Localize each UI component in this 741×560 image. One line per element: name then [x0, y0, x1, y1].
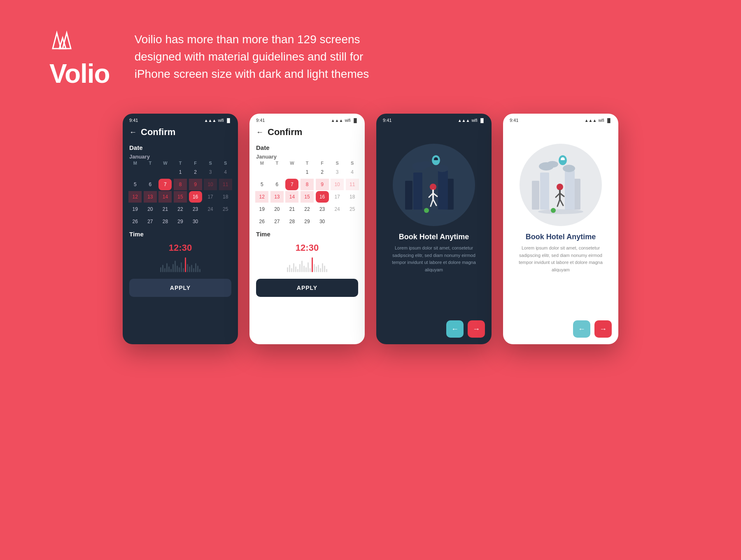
- time-display-1: 12:30: [129, 243, 231, 253]
- logo-icon: [49, 25, 86, 55]
- today-cell-1[interactable]: 7: [158, 179, 172, 190]
- wifi-icon-3: wifi: [471, 118, 477, 123]
- cal-header-1: M T W T F S S: [128, 161, 233, 166]
- status-bar-2: 9:41 ▲▲▲ wifi ▐▌: [249, 114, 365, 124]
- hotel-title-dark: Book Hotel Anytime: [399, 233, 469, 241]
- cal-grid-1: 1 2 3 4 5 6 7 8 9 10 11 12 13 14 15 16 1…: [128, 166, 233, 227]
- battery-icon-3: ▐▌: [479, 118, 485, 123]
- svg-rect-22: [540, 173, 549, 210]
- screen-title-2: Confirm: [268, 127, 302, 138]
- status-icons-4: ▲▲▲ wifi ▐▌: [585, 118, 612, 123]
- battery-icon-4: ▐▌: [606, 118, 612, 123]
- svg-point-13: [430, 184, 436, 190]
- cal-header-2: M T W T F S S: [254, 161, 360, 166]
- signal-icon-1: ▲▲▲: [204, 118, 217, 123]
- screen-dark-confirm: 9:41 ▲▲▲ wifi ▐▌ ← Confirm Date January …: [123, 114, 238, 344]
- next-button-dark[interactable]: →: [468, 320, 485, 338]
- calendar-1: M T W T F S S 1 2 3 4 5 6 7 8: [123, 161, 238, 227]
- wifi-icon-4: wifi: [598, 118, 604, 123]
- time-slider-2[interactable]: [256, 256, 358, 272]
- status-icons-2: ▲▲▲ wifi ▐▌: [331, 118, 358, 123]
- prev-button-light[interactable]: ←: [573, 320, 590, 338]
- illustration-area-dark: Book Hotel Anytime Lorem ipsum dolor sit…: [376, 124, 492, 292]
- battery-icon-1: ▐▌: [226, 118, 231, 123]
- signal-icon-2: ▲▲▲: [331, 118, 343, 123]
- time-section-2: 12:30: [249, 239, 365, 274]
- screen-light-confirm: 9:41 ▲▲▲ wifi ▐▌ ← Confirm Date January …: [249, 114, 365, 344]
- signal-icon-3: ▲▲▲: [458, 118, 470, 123]
- cal-grid-2: 1 2 3 4 5 6 7 8 9 10 11 12 13 14 15 16 1…: [254, 166, 360, 227]
- status-bar-3: 9:41 ▲▲▲ wifi ▐▌: [376, 114, 492, 124]
- screen-title-1: Confirm: [141, 127, 175, 138]
- svg-rect-4: [413, 173, 422, 210]
- range-end-cell-2[interactable]: 16: [316, 191, 329, 203]
- status-icons-3: ▲▲▲ wifi ▐▌: [458, 118, 485, 123]
- today-cell-2[interactable]: 7: [285, 179, 298, 190]
- month-label-2: January: [249, 153, 365, 161]
- month-label-1: January: [123, 153, 238, 161]
- logo-area: Volio: [49, 25, 110, 89]
- prev-button-dark[interactable]: ←: [446, 320, 464, 338]
- wifi-icon-1: wifi: [218, 118, 224, 123]
- svg-point-19: [411, 209, 457, 214]
- svg-rect-21: [532, 181, 539, 210]
- status-time-2: 9:41: [256, 118, 265, 123]
- nav-bar-2: ← Confirm: [249, 124, 365, 141]
- apply-button-1[interactable]: APPLY: [129, 279, 231, 297]
- status-time-4: 9:41: [510, 118, 518, 123]
- svg-line-17: [431, 199, 433, 206]
- calendar-2: M T W T F S S 1 2 3 4 5 6 7 8 9: [249, 161, 365, 227]
- svg-point-20: [424, 208, 429, 213]
- header: Volio Voilio has more than more than 129…: [0, 0, 741, 105]
- illus-circle-dark: [393, 144, 475, 226]
- status-time-3: 9:41: [383, 118, 391, 123]
- range-end-cell-1[interactable]: 16: [189, 191, 202, 203]
- screens-row: 9:41 ▲▲▲ wifi ▐▌ ← Confirm Date January …: [90, 105, 651, 369]
- app-name: Volio: [49, 58, 110, 89]
- status-bar-1: 9:41 ▲▲▲ wifi ▐▌: [123, 114, 238, 124]
- hotel-desc-light: Lorem ipsum dolor sit amet, consetetur s…: [510, 245, 612, 273]
- tagline: Voilio has more than more than 129 scree…: [135, 31, 390, 83]
- status-bar-4: 9:41 ▲▲▲ wifi ▐▌: [503, 114, 618, 124]
- svg-line-35: [557, 199, 560, 206]
- svg-point-26: [547, 161, 558, 168]
- time-display-2: 12:30: [256, 243, 358, 253]
- nav-bar-1: ← Confirm: [123, 124, 238, 141]
- svg-rect-3: [405, 181, 412, 210]
- screen-light-hotel: 9:41 ▲▲▲ wifi ▐▌: [503, 114, 618, 344]
- back-button-1[interactable]: ←: [129, 128, 137, 137]
- svg-point-8: [420, 161, 431, 168]
- nav-buttons-light: ← →: [503, 314, 618, 344]
- wifi-icon-2: wifi: [345, 118, 350, 123]
- svg-point-27: [563, 165, 575, 172]
- svg-point-37: [538, 209, 583, 214]
- back-button-2[interactable]: ←: [256, 128, 263, 137]
- status-time-1: 9:41: [129, 118, 138, 123]
- screen-dark-hotel: 9:41 ▲▲▲ wifi ▐▌: [376, 114, 492, 344]
- illustration-area-light: Book Hotel Anytime Lorem ipsum dolor sit…: [503, 124, 618, 292]
- hotel-title-light: Book Hotel Anytime: [526, 233, 596, 241]
- svg-point-31: [557, 184, 563, 190]
- date-label-2: Date: [249, 141, 365, 153]
- hotel-desc-dark: Lorem ipsum dolor sit amet, consetetur s…: [383, 245, 485, 273]
- next-button-light[interactable]: →: [594, 320, 612, 338]
- illus-circle-light: [520, 144, 602, 226]
- svg-rect-24: [565, 170, 575, 210]
- nav-buttons-dark: ← →: [376, 314, 492, 344]
- svg-line-18: [433, 199, 436, 205]
- time-slider-1[interactable]: [129, 256, 231, 272]
- date-label-1: Date: [123, 141, 238, 153]
- signal-icon-4: ▲▲▲: [585, 118, 597, 123]
- svg-point-9: [436, 165, 448, 172]
- svg-rect-6: [438, 170, 448, 210]
- battery-icon-2: ▐▌: [352, 118, 358, 123]
- svg-point-38: [551, 208, 556, 213]
- status-icons-1: ▲▲▲ wifi ▐▌: [204, 118, 231, 123]
- time-section-1: 12:30: [123, 239, 238, 274]
- svg-line-36: [560, 199, 563, 205]
- time-label-2: Time: [249, 227, 365, 239]
- time-label-1: Time: [123, 227, 238, 239]
- apply-button-2[interactable]: APPLY: [256, 279, 358, 297]
